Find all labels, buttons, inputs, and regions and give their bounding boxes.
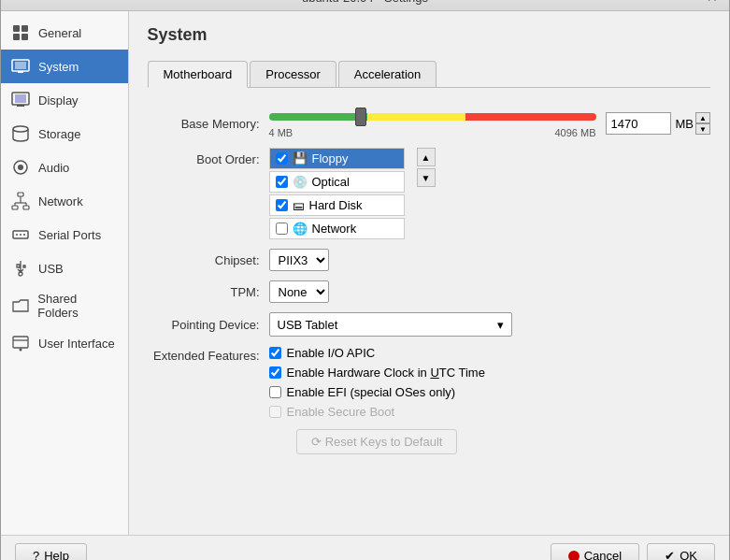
svg-point-10 (13, 126, 28, 132)
sidebar-item-user-interface[interactable]: User Interface (1, 326, 128, 360)
svg-rect-15 (23, 206, 29, 209)
extended-features-list: Enable I/O APIC Enable Hardware Clock in… (269, 346, 485, 454)
storage-icon (10, 123, 31, 144)
boot-down-button[interactable]: ▼ (417, 168, 436, 187)
svg-rect-14 (12, 206, 18, 209)
chipset-select-group: PIIX3 ICH9 (269, 249, 329, 271)
sidebar-label-audio: Audio (38, 161, 69, 175)
boot-checkbox-floppy[interactable] (276, 152, 288, 165)
memory-spinbox-buttons: ▲ ▼ (695, 112, 710, 135)
sidebar-item-audio[interactable]: Audio (1, 151, 128, 184)
sidebar-item-system[interactable]: System (1, 50, 128, 83)
main-window: ubuntu-20.04 - Settings ✕ General System (0, 0, 730, 560)
boot-checkbox-network[interactable] (276, 223, 288, 235)
tpm-select[interactable]: None 1.2 2.0 (269, 280, 329, 303)
pointing-device-label: Pointing Device: (148, 318, 260, 332)
sidebar-item-serial-ports[interactable]: Serial Ports (1, 218, 128, 251)
checkbox-hardware-clock[interactable] (269, 366, 281, 379)
boot-checkbox-hard-disk[interactable] (276, 199, 288, 211)
titlebar: ubuntu-20.04 - Settings ✕ (1, 0, 729, 11)
boot-item-hard-disk[interactable]: 🖴 Hard Disk (269, 194, 405, 216)
sidebar-item-general[interactable]: General (1, 16, 128, 50)
base-memory-label: Base Memory: (148, 117, 260, 131)
feature-secure-boot: Enable Secure Boot (269, 405, 485, 419)
boot-order-row: Boot Order: 💾 Floppy 💿 Optical (148, 148, 711, 239)
sidebar-label-storage: Storage (38, 127, 81, 141)
reset-keys-icon: ⟳ (311, 435, 325, 449)
pointing-device-dropdown[interactable]: USB Tablet ▾ (269, 312, 512, 337)
help-button[interactable]: ? Help (15, 543, 87, 560)
checkbox-secure-boot (269, 406, 281, 418)
memory-input-group: 1470 MB ▲ ▼ (606, 112, 711, 135)
tpm-row: TPM: None 1.2 2.0 (148, 280, 711, 303)
reset-keys-button[interactable]: ⟳ Reset Keys to Default (296, 429, 457, 454)
sidebar-item-network[interactable]: Network (1, 184, 128, 218)
memory-slider-container: 4 MB 4096 MB (269, 108, 596, 138)
memory-value-input[interactable]: 1470 (606, 112, 671, 135)
slider-max-label: 4096 MB (554, 127, 595, 138)
tab-acceleration[interactable]: Acceleration (338, 61, 437, 87)
boot-order-arrows: ▲ ▼ (417, 148, 436, 187)
boot-label-optical: Optical (312, 175, 350, 189)
sidebar-label-system: System (38, 60, 79, 74)
feature-efi: Enable EFI (special OSes only) (269, 385, 485, 399)
sidebar-label-general: General (38, 26, 81, 40)
sidebar-item-shared-folders[interactable]: Shared Folders (1, 285, 128, 326)
boot-item-network[interactable]: 🌐 Network (269, 218, 405, 239)
ok-check-icon: ✔ (665, 549, 675, 560)
svg-point-24 (19, 272, 22, 276)
motherboard-form: Base Memory: 4 MB 4096 MB (148, 108, 711, 454)
sidebar-label-display: Display (38, 93, 79, 108)
close-button[interactable]: ✕ (705, 0, 720, 5)
sidebar-item-display[interactable]: Display (1, 83, 128, 117)
boot-checkbox-optical[interactable] (276, 176, 288, 188)
svg-point-23 (23, 234, 25, 236)
memory-increment-button[interactable]: ▲ (695, 112, 710, 123)
sidebar-item-storage[interactable]: Storage (1, 117, 128, 151)
svg-point-21 (16, 234, 18, 236)
boot-item-floppy[interactable]: 💾 Floppy (269, 148, 405, 169)
boot-order-label: Boot Order: (148, 148, 260, 166)
svg-rect-0 (13, 25, 20, 32)
bottom-bar: ? Help Cancel ✔ OK (1, 535, 729, 560)
pointing-device-chevron-icon: ▾ (497, 318, 504, 332)
memory-unit-label: MB (676, 117, 694, 131)
memory-slider-track[interactable] (269, 108, 596, 125)
cancel-button[interactable]: Cancel (551, 543, 639, 560)
network-icon (10, 191, 31, 211)
label-efi: Enable EFI (special OSes only) (287, 385, 456, 399)
tpm-label: TPM: (148, 285, 260, 299)
shared-folders-icon (10, 295, 30, 316)
memory-slider-thumb[interactable] (355, 108, 366, 126)
base-memory-row: Base Memory: 4 MB 4096 MB (148, 108, 711, 138)
boot-label-network: Network (312, 222, 357, 236)
svg-rect-25 (13, 337, 28, 348)
memory-decrement-button[interactable]: ▼ (695, 123, 710, 135)
sidebar-item-usb[interactable]: USB (1, 251, 128, 285)
user-interface-icon (10, 333, 31, 353)
display-icon (10, 90, 31, 110)
chipset-select[interactable]: PIIX3 ICH9 (269, 249, 329, 271)
checkbox-io-apic[interactable] (269, 347, 281, 359)
label-io-apic: Enable I/O APIC (287, 346, 376, 360)
boot-item-optical[interactable]: 💿 Optical (269, 171, 405, 193)
tab-bar: Motherboard Processor Acceleration (148, 61, 711, 88)
tab-motherboard[interactable]: Motherboard (148, 61, 249, 88)
memory-slider-bg (269, 113, 596, 121)
reset-keys-row: ⟳ Reset Keys to Default (269, 429, 485, 454)
checkbox-efi[interactable] (269, 386, 281, 398)
label-hardware-clock: Enable Hardware Clock in UTC Time (287, 366, 485, 380)
ok-label: OK (680, 549, 697, 560)
boot-up-button[interactable]: ▲ (417, 148, 436, 166)
extended-features-row: Extended Features: Enable I/O APIC Enabl… (148, 346, 711, 454)
tab-processor[interactable]: Processor (250, 61, 336, 87)
help-icon: ? (33, 549, 39, 560)
svg-rect-6 (18, 71, 23, 73)
feature-io-apic: Enable I/O APIC (269, 346, 485, 360)
ok-button[interactable]: ✔ OK (647, 543, 715, 560)
chipset-row: Chipset: PIIX3 ICH9 (148, 249, 711, 271)
svg-rect-2 (13, 34, 20, 40)
feature-hardware-clock: Enable Hardware Clock in UTC Time (269, 366, 485, 380)
sidebar-label-user-interface: User Interface (38, 337, 115, 351)
sidebar: General System Display Storage (1, 11, 129, 535)
